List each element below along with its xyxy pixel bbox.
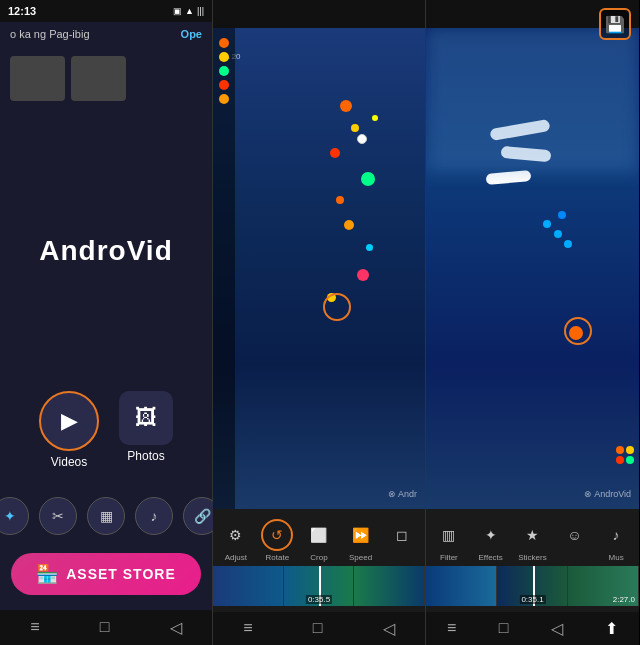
adjust-label: Adjust xyxy=(225,553,247,562)
share-nav-icon-p3[interactable]: ⬆ xyxy=(605,619,618,638)
menu-nav-icon-p2[interactable]: ≡ xyxy=(243,619,252,638)
timeline-seg-3 xyxy=(354,566,425,606)
notification-text: o ka ng Pag-ibig xyxy=(10,28,90,40)
speed-icon: ⏩ xyxy=(352,527,369,543)
nav-bar-panel3: ≡ □ ◁ ⬆ xyxy=(426,612,639,645)
speed-label: Speed xyxy=(349,553,372,562)
timeline-seg-1 xyxy=(213,566,284,606)
music-tool-button[interactable]: ♪ xyxy=(135,497,173,535)
watermark-p2: ⊗ Andr xyxy=(388,489,417,499)
layout-tool-button[interactable]: ▦ xyxy=(87,497,125,535)
rotate-tool[interactable]: ↺ Rotate xyxy=(261,519,293,562)
music-edit-icon-wrap: ♪ xyxy=(600,519,632,551)
asset-store-button[interactable]: 🏪 ASSET STORE xyxy=(11,553,201,595)
toolbar-icons-row-p3: ▥ Filter ✦ Effects ★ Stickers ☺ xyxy=(426,515,639,566)
crop-label: Crop xyxy=(310,553,327,562)
back-nav-icon[interactable]: ◁ xyxy=(170,618,182,637)
save-button[interactable]: 💾 xyxy=(599,8,631,40)
crop-icon: ⬜ xyxy=(310,527,327,543)
photos-button[interactable]: 🖼 Photos xyxy=(119,391,173,469)
nav-bar-panel1: ≡ □ ◁ xyxy=(0,610,212,645)
timeline-time-p3: 0:35.1 xyxy=(519,595,545,604)
menu-nav-icon[interactable]: ≡ xyxy=(30,618,39,637)
stickers-icon-wrap: ★ xyxy=(516,519,548,551)
wifi-icon: ▲ xyxy=(185,6,194,16)
effects-tool[interactable]: ✦ Effects xyxy=(475,519,507,562)
battery-icon: ▣ xyxy=(173,6,182,16)
toolbar-panel2: ⚙ Adjust ↺ Rotate ⬜ Crop ⏩ Speed xyxy=(213,509,425,612)
home-nav-icon-p2[interactable]: □ xyxy=(313,619,323,638)
game-screenshot-panel2: ▲20 xyxy=(213,28,425,509)
status-time: 12:13 xyxy=(8,5,36,17)
home-nav-icon[interactable]: □ xyxy=(100,618,110,637)
adjust-icon-wrap: ⚙ xyxy=(220,519,252,551)
back-nav-icon-p2[interactable]: ◁ xyxy=(383,619,395,638)
nav-bar-panel2: ≡ □ ◁ xyxy=(213,612,425,645)
timeline-seg-p3-1 xyxy=(426,566,497,606)
music-edit-tool[interactable]: ♪ Mus xyxy=(600,519,632,562)
emoji-tool[interactable]: ☺ xyxy=(558,519,590,562)
snake-game-screenshot xyxy=(426,28,639,509)
stickers-tool[interactable]: ★ Stickers xyxy=(516,519,548,562)
open-button[interactable]: Ope xyxy=(181,28,202,40)
panel-video-filter: 💾 xyxy=(426,0,639,645)
speed-tool[interactable]: ⏩ Speed xyxy=(345,519,377,562)
adjust-icon: ⚙ xyxy=(229,527,242,543)
emoji-icon-wrap: ☺ xyxy=(558,519,590,551)
effects-icon: ✦ xyxy=(485,527,497,543)
panel-video-edit: ▲20 ⊗ Andr ⚙ Adjust ↺ xyxy=(213,0,426,645)
filter-tool[interactable]: ▥ Filter xyxy=(433,519,465,562)
videos-label: Videos xyxy=(51,455,87,469)
highlight-circle-p2 xyxy=(323,293,351,321)
scissors-icon: ✂ xyxy=(52,508,64,524)
home-nav-icon-p3[interactable]: □ xyxy=(499,619,509,638)
timeline-strip-p3[interactable]: 0:35.1 2:27.0 xyxy=(426,566,639,606)
cut-tool-button[interactable]: ✂ xyxy=(39,497,77,535)
extra-tool[interactable]: ◻ xyxy=(386,519,418,562)
videos-icon-wrap: ▶ xyxy=(39,391,99,451)
crop-tool[interactable]: ⬜ Crop xyxy=(303,519,335,562)
thumbnail-1[interactable] xyxy=(10,56,65,101)
extra-icon-wrap: ◻ xyxy=(386,519,418,551)
video-area-panel2: ▲20 ⊗ Andr xyxy=(213,28,425,509)
watermark-p3: ⊗ AndroVid xyxy=(584,489,631,499)
stickers-label: Stickers xyxy=(518,553,546,562)
effects-label: Effects xyxy=(479,553,503,562)
videos-button[interactable]: ▶ Videos xyxy=(39,391,99,469)
speed-icon-wrap: ⏩ xyxy=(345,519,377,551)
adjust-tool[interactable]: ⚙ Adjust xyxy=(220,519,252,562)
app-logo: AndroVid xyxy=(39,235,172,267)
total-time-p3: 2:27.0 xyxy=(613,595,635,604)
panel-androvid-home: 12:13 ▣ ▲ ||| o ka ng Pag-ibig Ope Andro… xyxy=(0,0,213,645)
menu-nav-icon-p3[interactable]: ≡ xyxy=(447,619,456,638)
thumbnail-2[interactable] xyxy=(71,56,126,101)
asset-store-label: ASSET STORE xyxy=(66,566,176,582)
thumbnails-row xyxy=(0,46,212,111)
music-edit-label: Mus xyxy=(609,553,624,562)
filter-icon: ▥ xyxy=(442,527,455,543)
timeline-strip-p2[interactable]: 0:35.5 xyxy=(213,566,425,606)
filter-label: Filter xyxy=(440,553,458,562)
logo-area: AndroVid xyxy=(39,121,172,381)
back-nav-icon-p3[interactable]: ◁ xyxy=(551,619,563,638)
photos-label: Photos xyxy=(127,449,164,463)
stickers-icon: ★ xyxy=(526,527,539,543)
video-area-panel3: ⊗ AndroVid xyxy=(426,28,639,509)
magic-tool-button[interactable]: ✦ xyxy=(0,497,29,535)
panel2-top-bar xyxy=(213,0,425,28)
photo-icon: 🖼 xyxy=(135,405,157,431)
toolbar-icons-row-p2: ⚙ Adjust ↺ Rotate ⬜ Crop ⏩ Speed xyxy=(213,515,425,566)
status-icons: ▣ ▲ ||| xyxy=(173,6,204,16)
rotate-label: Rotate xyxy=(266,553,290,562)
extra-icon: ◻ xyxy=(396,527,408,543)
magic-icon: ✦ xyxy=(4,508,16,524)
toolbar-panel3: ▥ Filter ✦ Effects ★ Stickers ☺ xyxy=(426,509,639,612)
filter-icon-wrap: ▥ xyxy=(433,519,465,551)
emoji-icon: ☺ xyxy=(567,527,581,543)
save-icon: 💾 xyxy=(605,15,625,34)
music-edit-icon: ♪ xyxy=(613,527,620,543)
layout-icon: ▦ xyxy=(100,508,113,524)
video-icon: ▶ xyxy=(61,408,78,434)
music-icon: ♪ xyxy=(151,508,158,524)
rotate-icon-wrap: ↺ xyxy=(261,519,293,551)
